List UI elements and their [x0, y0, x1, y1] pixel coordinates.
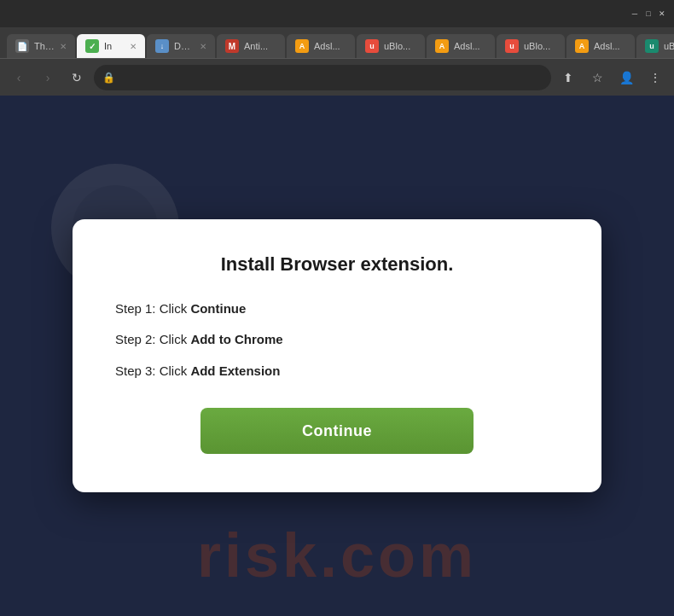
tab-label-4: Anti... — [244, 41, 268, 51]
menu-icon[interactable]: ⋮ — [643, 66, 667, 90]
title-bar: ─ □ ✕ — [0, 0, 674, 27]
bookmark-icon[interactable]: ☆ — [585, 66, 609, 90]
tab-label-6: uBlo... — [384, 41, 410, 51]
step-1-action: Continue — [190, 301, 246, 316]
step-3-action: Add Extension — [190, 363, 280, 378]
tab-close-2[interactable]: ✕ — [130, 42, 137, 51]
close-window-button[interactable]: ✕ — [657, 9, 667, 19]
tab-favicon-6: u — [365, 39, 379, 53]
modal-card: Install Browser extension. Step 1: Click… — [73, 219, 601, 493]
tab-label-8: uBlo... — [524, 41, 550, 51]
watermark-text: risk.com — [197, 520, 477, 590]
tab-favicon-4: M — [225, 39, 239, 53]
step-1: Step 1: Click Continue — [115, 299, 559, 319]
tab-label-9: Adsl... — [594, 41, 620, 51]
tab-label-3: Dow... — [174, 41, 195, 51]
tab-6[interactable]: u uBlo... — [357, 34, 425, 58]
share-icon[interactable]: ⬆ — [556, 66, 580, 90]
toolbar-icons: ⬆ ☆ 👤 ⋮ — [556, 66, 667, 90]
tab-close-3[interactable]: ✕ — [200, 42, 206, 51]
refresh-button[interactable]: ↻ — [65, 66, 89, 90]
tab-3[interactable]: ↓ Dow... ✕ — [147, 34, 215, 58]
tab-label-2: In — [104, 41, 112, 51]
step-2-action: Add to Chrome — [190, 332, 282, 346]
tab-2[interactable]: ✓ In ✕ — [77, 34, 145, 58]
tab-label-5: Adsl... — [314, 41, 340, 51]
steps-list: Step 1: Click Continue Step 2: Click Add… — [115, 299, 559, 381]
tab-7[interactable]: A Adsl... — [427, 34, 495, 58]
tab-5[interactable]: A Adsl... — [287, 34, 355, 58]
tab-10[interactable]: u uBlo... — [636, 34, 674, 58]
tab-favicon-8: u — [505, 39, 519, 53]
maximize-button[interactable]: □ — [643, 9, 654, 19]
tab-9[interactable]: A Adsl... — [567, 34, 635, 58]
tab-favicon-9: A — [575, 39, 589, 53]
minimize-button[interactable]: ─ — [630, 9, 640, 19]
tab-close-1[interactable]: ✕ — [60, 42, 67, 51]
forward-button[interactable]: › — [36, 66, 60, 90]
tab-label-1: The I — [34, 41, 55, 51]
tab-favicon-3: ↓ — [155, 39, 169, 53]
lock-icon: 🔒 — [102, 72, 115, 84]
step-3: Step 3: Click Add Extension — [115, 362, 559, 381]
step-1-prefix: Step 1: Click — [115, 301, 190, 316]
profile-icon[interactable]: 👤 — [614, 66, 638, 90]
step-2-prefix: Step 2: Click — [115, 332, 190, 346]
tab-favicon-2: ✓ — [85, 39, 99, 53]
address-bar-row: ‹ › ↻ 🔒 ⬆ ☆ 👤 ⋮ — [0, 58, 674, 96]
page-content: risk.com Install Browser extension. Step… — [0, 96, 674, 616]
tab-favicon-5: A — [295, 39, 309, 53]
back-button[interactable]: ‹ — [7, 66, 31, 90]
tab-1[interactable]: 📄 The I ✕ — [7, 34, 75, 58]
tab-bar: 📄 The I ✕ ✓ In ✕ ↓ Dow... ✕ M Anti... A … — [0, 27, 674, 58]
window-controls: ─ □ ✕ — [630, 9, 667, 19]
address-bar[interactable]: 🔒 — [94, 65, 551, 90]
tab-favicon-10: u — [645, 39, 659, 53]
continue-button[interactable]: Continue — [200, 408, 474, 454]
step-3-prefix: Step 3: Click — [115, 363, 190, 378]
step-2: Step 2: Click Add to Chrome — [115, 330, 559, 350]
tab-4[interactable]: M Anti... — [217, 34, 285, 58]
tab-label-10: uBlo... — [664, 41, 674, 51]
tab-8[interactable]: u uBlo... — [497, 34, 565, 58]
tab-favicon-1: 📄 — [15, 39, 29, 53]
tab-label-7: Adsl... — [454, 41, 480, 51]
tab-favicon-7: A — [435, 39, 449, 53]
modal-title: Install Browser extension. — [115, 253, 559, 276]
